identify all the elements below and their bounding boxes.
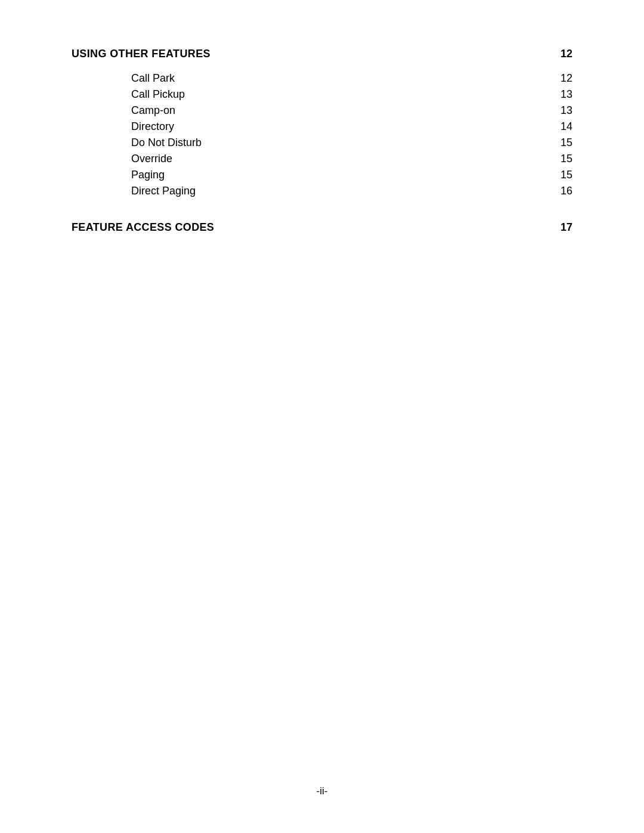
toc-item-page: 13 — [561, 104, 572, 117]
footer-text: -ii- — [317, 785, 328, 797]
toc-item-page: 15 — [561, 137, 572, 149]
toc-item-label: Paging — [72, 169, 165, 181]
toc-row: Direct Paging16 — [72, 185, 572, 197]
toc-heading-page-using-other-features: 12 — [561, 48, 572, 60]
page-content: USING OTHER FEATURES12Call Park12Call Pi… — [0, 0, 644, 305]
toc-heading-row-feature-access-codes: FEATURE ACCESS CODES17 — [72, 221, 572, 234]
toc-section-feature-access-codes: FEATURE ACCESS CODES17 — [72, 221, 572, 234]
toc-row: Directory14 — [72, 120, 572, 133]
toc-item-page: 15 — [561, 169, 572, 181]
toc-row: Do Not Disturb15 — [72, 137, 572, 149]
toc-row: Call Pickup13 — [72, 88, 572, 101]
toc-item-label: Camp-on — [72, 104, 175, 117]
toc-row: Paging15 — [72, 169, 572, 181]
toc-item-label: Override — [72, 153, 172, 165]
toc-item-page: 12 — [561, 72, 572, 85]
toc-item-page: 16 — [561, 185, 572, 197]
toc-heading-row-using-other-features: USING OTHER FEATURES12 — [72, 48, 572, 60]
toc-heading-label-feature-access-codes: FEATURE ACCESS CODES — [72, 221, 214, 234]
toc-item-page: 15 — [561, 153, 572, 165]
toc-heading-label-using-other-features: USING OTHER FEATURES — [72, 48, 210, 60]
toc-item-label: Do Not Disturb — [72, 137, 202, 149]
page-footer: -ii- — [0, 785, 644, 797]
toc-item-label: Direct Paging — [72, 185, 196, 197]
toc-item-page: 14 — [561, 120, 572, 133]
toc-row: Override15 — [72, 153, 572, 165]
toc-item-label: Call Pickup — [72, 88, 185, 101]
toc-heading-page-feature-access-codes: 17 — [561, 221, 572, 234]
toc-item-page: 13 — [561, 88, 572, 101]
toc-section-using-other-features: USING OTHER FEATURES12Call Park12Call Pi… — [72, 48, 572, 197]
toc-item-label: Directory — [72, 120, 174, 133]
toc-row: Call Park12 — [72, 72, 572, 85]
toc-row: Camp-on13 — [72, 104, 572, 117]
toc-item-label: Call Park — [72, 72, 175, 85]
